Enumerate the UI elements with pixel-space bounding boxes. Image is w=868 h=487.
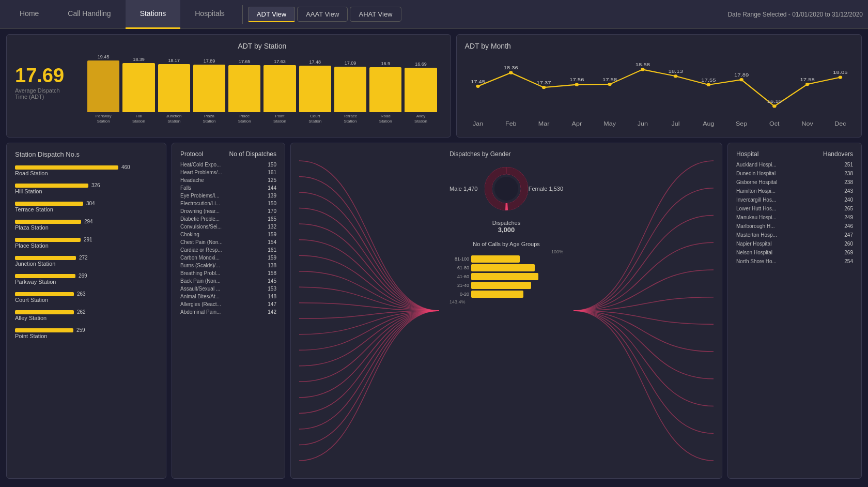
bar-label: JunctionStation [166,114,182,124]
sankey-right-svg [574,150,714,471]
age-bar-row: 41-60 [450,273,563,280]
dispatch-bar [15,292,74,296]
protocol-col1: Protocol [180,150,203,158]
nav-tab-call-handling[interactable]: Call Handling [53,0,125,29]
hospital-value: 254 [844,258,853,264]
protocol-value: 170 [268,208,276,214]
hospital-row: Manukau Hospi...249 [736,215,853,220]
bar-rect [405,68,437,112]
aaat-view-btn[interactable]: AAAT View [297,7,348,22]
protocol-row: Chest Pain (Non...154 [180,239,276,245]
bar-rect [158,64,190,112]
svg-text:17.37: 17.37 [536,80,551,85]
bar-label: TerraceStation [344,114,358,124]
nav-divider [242,5,243,24]
bar-rect [122,63,154,112]
svg-point-4 [608,83,612,86]
age-bar [471,264,535,271]
protocol-name: Choking [180,232,264,237]
dispatch-value: 272 [79,255,88,261]
dispatch-item: 326 Hill Station [15,182,158,195]
svg-text:Jan: Jan [473,121,483,127]
dispatch-item: 259 Point Station [15,327,158,340]
dispatch-item: 262 Alley Station [15,309,158,322]
protocol-name: Eye Problems/l... [180,193,264,199]
dispatch-item: 269 Parkway Station [15,273,158,286]
dispatch-name: Terrace Station [15,206,158,212]
nav-tab-stations[interactable]: Stations [126,0,181,29]
dispatch-value: 460 [121,164,130,170]
dispatch-bar [15,328,73,332]
protocol-name: Carbon Monoxi... [180,255,264,261]
svg-point-3 [575,83,579,86]
adt-view-btn[interactable]: ADT View [248,7,295,22]
dispatch-bar-row: 304 [15,201,158,206]
protocol-row: Back Pain (Non...145 [180,278,276,284]
age-group-label: 0-20 [450,292,469,297]
date-range: Date Range Selected - 01/01/2020 to 31/1… [727,11,863,18]
dispatch-bar [15,238,81,242]
svg-point-2 [541,86,546,89]
dispatch-name: Court Station [15,297,158,303]
hospital-col2: Handovers [823,150,853,158]
svg-text:May: May [603,121,616,127]
hospital-name: Nelson Hospital [736,250,844,255]
hospital-value: 243 [844,188,853,194]
hospital-name: Napier Hospital [736,241,844,247]
hospital-value: 238 [844,179,853,185]
dispatch-bar-row: 262 [15,309,158,315]
station-dispatch-title: Station Dispatch No.s [15,150,158,158]
nav-tab-hospitals[interactable]: Hospitals [180,0,239,29]
dispatch-item: 304 Terrace Station [15,201,158,214]
protocol-value: 139 [268,193,276,199]
nav-tab-home[interactable]: Home [5,0,53,29]
protocol-name: Animal Bites/At... [180,294,264,299]
bar-label: PlazaStation [203,114,215,124]
age-bar-row: 81-100 [450,255,563,263]
bar-rect [334,67,366,112]
dispatch-bar [15,220,81,224]
hospital-name: Auckland Hospi... [736,162,844,168]
protocol-row: Headache125 [180,177,276,183]
protocol-name: Cardiac or Resp... [180,247,264,253]
svg-point-0 [476,85,480,88]
protocol-value: 132 [268,224,276,230]
hospital-row: Hamilton Hospi...243 [736,188,853,194]
hospital-row: Napier Hospital260 [736,241,853,247]
hospital-value: 240 [844,197,853,203]
protocol-name: Abdominal Pain... [180,309,264,315]
svg-text:Oct: Oct [769,121,780,127]
protocol-name: Electrocution/Li... [180,201,264,206]
bar-label: ParkwayStation [96,114,112,124]
dispatches-center-label: Dispatches [492,220,520,226]
hospital-name: North Shore Ho... [736,258,844,264]
protocol-row: Drowning (near...170 [180,208,276,214]
ahat-view-btn[interactable]: AHAT View [350,7,401,22]
bar-label: HillStation [132,114,145,124]
bar-value: 18.17 [168,58,180,63]
protocol-row: Breathing Probl...158 [180,270,276,276]
svg-text:18.58: 18.58 [635,62,649,67]
dispatch-bar-row: 263 [15,291,158,297]
svg-point-9 [772,104,777,108]
bar-rect [193,65,225,112]
bar-value: 17.48 [309,59,321,65]
protocol-row: Animal Bites/At...148 [180,294,276,299]
dispatch-bar-row: 269 [15,273,158,279]
protocol-name: Heat/Cold Expo... [180,162,264,168]
age-group-label: 81-100 [450,256,469,262]
svg-point-38 [494,177,518,201]
hospital-name: Dunedin Hospital [736,171,844,176]
protocol-value: 161 [268,170,276,175]
protocol-value: 145 [268,278,276,284]
dispatch-name: Alley Station [15,315,158,321]
bar-rect [228,65,260,112]
protocol-value: 150 [268,201,276,206]
svg-text:17.55: 17.55 [701,78,716,83]
sankey-svg [299,150,439,471]
svg-text:Nov: Nov [801,121,813,127]
svg-text:Jul: Jul [671,121,679,127]
protocol-row: Heart Problems/...161 [180,170,276,175]
protocol-name: Allergies (React... [180,301,264,307]
age-bar [471,255,520,263]
